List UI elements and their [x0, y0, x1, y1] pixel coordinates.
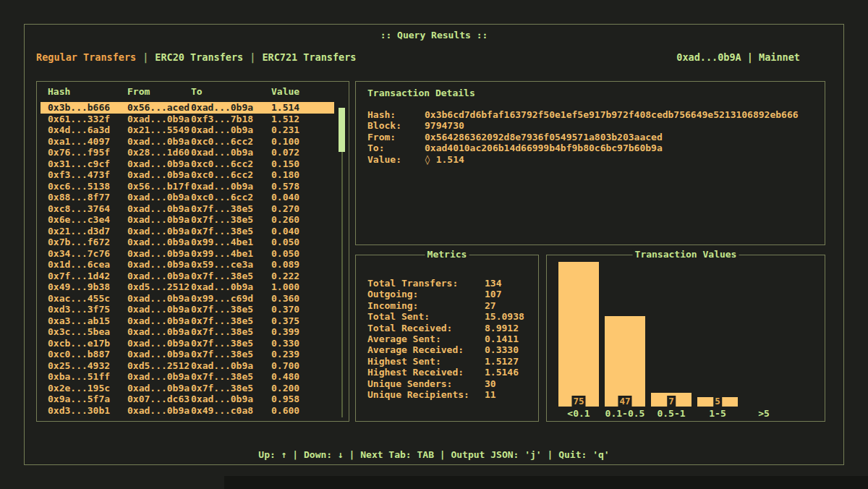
- table-row[interactable]: 0xa3...ab150xad...0b9a0x7f...38e50.375: [41, 315, 334, 327]
- table-row[interactable]: 0xc0...b8870xad...0b9a0x7f...38e50.239: [41, 349, 334, 360]
- table-cell: 0xad...0b9a: [127, 169, 191, 181]
- table-row[interactable]: 0xc8...37640xad...0b9a0x7f...38e50.270: [41, 203, 334, 215]
- table-row[interactable]: 0x25...49320xd5...25120xad...0b9a0.700: [41, 360, 334, 372]
- table-cell: 0.578: [271, 181, 334, 192]
- table-header-cell: To: [191, 86, 271, 97]
- table-cell: 0.040: [271, 226, 334, 237]
- table-row[interactable]: 0xba...51ff0xad...0b9a0x7f...38e50.480: [41, 371, 334, 383]
- table-cell: 1.512: [271, 114, 334, 125]
- table-cell: 0x25...4932: [48, 360, 127, 372]
- bar-slot: 47: [602, 316, 648, 407]
- table-row[interactable]: 0x6e...c3e40xad...0b9a0x7f...38e50.260: [41, 214, 334, 226]
- table-row[interactable]: 0x7f...1d420xad...0b9a0x7f...38e50.222: [41, 271, 334, 282]
- table-cell: 0xc0...6cc2: [191, 158, 271, 170]
- table-row[interactable]: 0x4d...6a3d0x21...55490xad...0b9a0.231: [41, 124, 334, 136]
- table-cell: 0xc0...6cc2: [191, 169, 271, 181]
- table-row[interactable]: 0x34...7c760xad...0b9a0x99...4be10.050: [41, 248, 334, 260]
- bar: 5: [697, 397, 738, 407]
- table-cell: 0.050: [271, 237, 334, 248]
- table-cell: 0xad...0b9a: [191, 360, 271, 372]
- eth-diamond-icon: ◊: [425, 154, 436, 165]
- table-cell: 0x7f...38e5: [191, 349, 271, 360]
- metric-label: Highest Received:: [367, 367, 485, 378]
- table-cell: 0x2e...195c: [48, 383, 127, 394]
- table-cell: 0xf3...7b18: [191, 114, 271, 125]
- table-cell: 0x88...8f77: [48, 192, 127, 203]
- metric-item: Average Received:0.3330: [367, 344, 534, 355]
- table-cell: 0x7f...38e5: [191, 214, 271, 226]
- transfers-table-panel: HashFromToValue 0x3b...b6660x56...aced0x…: [36, 81, 349, 422]
- metric-item: Unique Recipients:11: [367, 389, 534, 400]
- table-cell: 0.480: [271, 371, 334, 383]
- table-cell: 0xad...0b9a: [127, 371, 191, 383]
- table-row[interactable]: 0x9a...5f7a0x07...dc630xad...0b9a0.958: [41, 394, 334, 405]
- table-cell: 0xad...0b9a: [127, 383, 191, 394]
- table-cell: 0.050: [271, 248, 334, 260]
- table-row[interactable]: 0x31...c9cf0xad...0b9a0xc0...6cc20.150: [41, 158, 334, 170]
- bar-value-label: 5: [713, 396, 722, 407]
- table-cell: 0.239: [271, 349, 334, 360]
- table-row[interactable]: 0xd3...30b10xad...0b9a0x49...c0a80.600: [41, 405, 334, 417]
- dock-shadow: [224, 476, 868, 489]
- metric-label: Highest Sent:: [367, 356, 485, 367]
- table-row[interactable]: 0x7b...f6720xad...0b9a0x99...4be10.050: [41, 237, 334, 248]
- metric-label: Total Sent:: [367, 311, 485, 322]
- metric-value: 0.1411: [485, 333, 519, 344]
- tab-erc721-transfers[interactable]: ERC721 Transfers: [262, 51, 356, 63]
- table-cell: 1.514: [271, 102, 334, 114]
- table-cell: 0xad...0b9a: [127, 114, 191, 125]
- table-cell: 0xad...0b9a: [191, 147, 271, 158]
- table-row[interactable]: 0x3b...b6660x56...aced0xad...0b9a1.514: [41, 102, 334, 114]
- table-cell: 0x3b...b666: [48, 102, 127, 114]
- metric-item: Unique Senders:30: [367, 378, 534, 389]
- table-row[interactable]: 0x21...d3d70xad...0b9a0x7f...38e50.040: [41, 226, 334, 237]
- scrollbar-track[interactable]: [341, 152, 343, 417]
- table-cell: 0xd3...3f75: [48, 304, 127, 315]
- table-cell: 0.958: [271, 394, 334, 405]
- table-row[interactable]: 0xc6...51380x56...b17f0xad...0b9a0.578: [41, 181, 334, 192]
- table-row[interactable]: 0x88...8f770xad...0b9a0xc0...6cc20.040: [41, 192, 334, 203]
- bar-slot: 75: [556, 262, 602, 407]
- table-row[interactable]: 0xd3...3f750xad...0b9a0x7f...38e50.370: [41, 304, 334, 315]
- table-cell: 0.072: [271, 147, 334, 158]
- bar-value-label: 7: [667, 396, 676, 407]
- bar-chart: 754775: [556, 260, 787, 407]
- table-row[interactable]: 0x3c...5bea0xad...0b9a0x7f...38e50.399: [41, 326, 334, 338]
- table-row[interactable]: 0xa1...40970xad...0b9a0xc0...6cc20.100: [41, 136, 334, 148]
- table-cell: 0x7f...38e5: [191, 326, 271, 338]
- metric-item: Total Received:8.9912: [367, 323, 534, 333]
- table-row[interactable]: 0x2e...195c0xad...0b9a0x7f...38e50.200: [41, 383, 334, 394]
- table-cell: 0xad...0b9a: [127, 315, 191, 327]
- table-cell: 0.370: [271, 304, 334, 315]
- table-cell: 0x56...aced: [127, 102, 191, 114]
- table-cell: 0xad...0b9a: [127, 136, 191, 148]
- table-cell: 0xad...0b9a: [127, 271, 191, 282]
- table-cell: 0x59...ce3a: [191, 259, 271, 271]
- table-cell: 0.089: [271, 259, 334, 271]
- table-row[interactable]: 0xac...455c0xad...0b9a0x99...c69d0.360: [41, 293, 334, 305]
- detail-field-value: 9794730: [425, 120, 464, 131]
- table-cell: 0xad...0b9a: [127, 293, 191, 305]
- metric-label: Unique Recipients:: [367, 389, 485, 400]
- table-row[interactable]: 0xf3...473f0xad...0b9a0xc0...6cc20.180: [41, 169, 334, 181]
- table-cell: 0xad...0b9a: [127, 237, 191, 248]
- metric-item: Incoming:27: [367, 300, 534, 311]
- tab-erc20-transfers[interactable]: ERC20 Transfers: [155, 51, 243, 63]
- scrollbar-thumb[interactable]: [339, 108, 345, 152]
- table-row[interactable]: 0x76...f95f0x28...1d600xad...0b9a0.072: [41, 147, 334, 158]
- table-row[interactable]: 0x1d...6cea0xad...0b9a0x59...ce3a0.089: [41, 259, 334, 271]
- table-header: HashFromToValue: [48, 86, 338, 97]
- detail-field-label: Value:: [367, 154, 425, 165]
- table-cell: 0x6e...c3e4: [48, 214, 127, 226]
- metric-item: Total Transfers:134: [367, 278, 534, 289]
- metrics-list: Total Transfers:134Outgoing:107Incoming:…: [367, 278, 534, 400]
- tab-regular-transfers[interactable]: Regular Transfers: [36, 51, 136, 63]
- table-row[interactable]: 0x61...332f0xad...0b9a0xf3...7b181.512: [41, 114, 334, 125]
- table-cell: 0xad...0b9a: [127, 259, 191, 271]
- table-cell: 0xc6...5138: [48, 181, 127, 192]
- metric-item: Total Sent:15.0938: [367, 311, 534, 322]
- table-row[interactable]: 0xcb...e17b0xad...0b9a0x7f...38e50.330: [41, 338, 334, 349]
- table-header-cell: From: [127, 86, 191, 97]
- detail-field-amount: 1.514: [436, 154, 464, 165]
- table-row[interactable]: 0x49...9b380xd5...25120xad...0b9a1.000: [41, 281, 334, 293]
